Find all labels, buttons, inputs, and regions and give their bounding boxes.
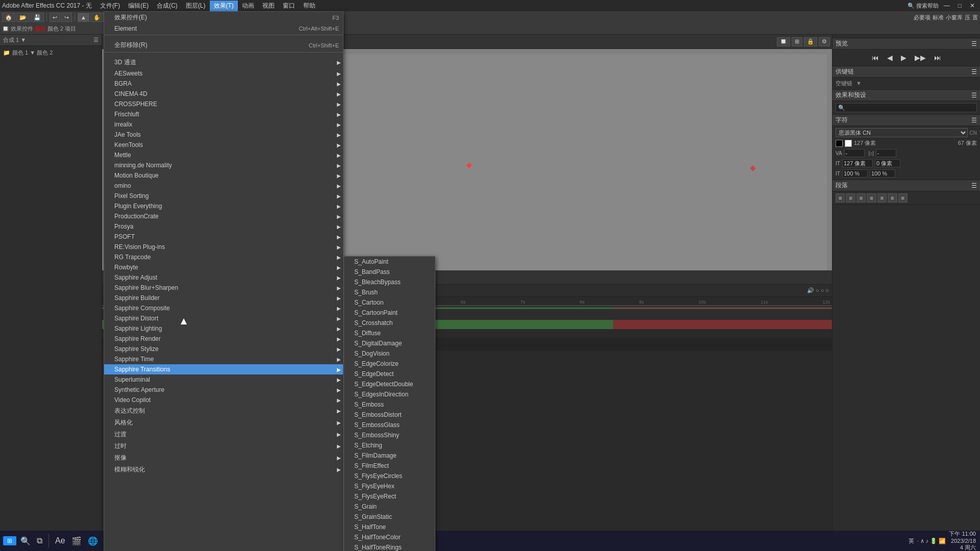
effect-menu-item-element[interactable]: Element Ctrl+Alt+Shift+E bbox=[104, 23, 343, 34]
s-embossglass[interactable]: S_EmbossGlass bbox=[344, 420, 435, 430]
prev-last[interactable]: ⏭ bbox=[932, 53, 943, 63]
menu-motion[interactable]: Motion Boutique ▶ bbox=[104, 170, 343, 181]
taskbar-taskview[interactable]: ⧉ bbox=[35, 535, 44, 546]
menu-irrealix[interactable]: irrealix ▶ bbox=[104, 119, 343, 130]
menu-pixel[interactable]: Pixel Sorting ▶ bbox=[104, 191, 343, 201]
s-cartoon[interactable]: S_Cartoon bbox=[344, 297, 435, 308]
align-justify3[interactable]: ≡ bbox=[888, 193, 897, 203]
s-edgedetectdouble[interactable]: S_EdgeDetectDouble bbox=[344, 379, 435, 389]
menu-expression[interactable]: 表达式控制 ▶ bbox=[104, 405, 343, 417]
effects-search[interactable] bbox=[836, 103, 977, 112]
align-justify2[interactable]: ≡ bbox=[877, 193, 887, 203]
menu-crossphere[interactable]: CROSSPHERE ▶ bbox=[104, 99, 343, 109]
menu-transition[interactable]: 过渡 ▶ bbox=[104, 429, 343, 440]
menu-aesweets[interactable]: AESweets ▶ bbox=[104, 68, 343, 79]
para-menu[interactable]: ☰ bbox=[971, 182, 977, 189]
s-digitaldamage[interactable]: S_DigitalDamage bbox=[344, 338, 435, 348]
s-flyseyerect[interactable]: S_FlysEyeRect bbox=[344, 491, 435, 502]
s-diffuse[interactable]: S_Diffuse bbox=[344, 328, 435, 338]
text-fill-color[interactable] bbox=[836, 140, 843, 147]
s-crosshatch[interactable]: S_Crosshatch bbox=[344, 318, 435, 328]
menu-sapphire-render[interactable]: Sapphire Render ▶ bbox=[104, 334, 343, 344]
s-halftone[interactable]: S_HalfTone bbox=[344, 522, 435, 532]
taskbar-ae[interactable]: Ae bbox=[53, 535, 67, 546]
tracking-input[interactable] bbox=[844, 149, 865, 157]
menu-effect[interactable]: 效果(T) bbox=[210, 1, 238, 11]
s-edgecolorize[interactable]: S_EdgeColorize bbox=[344, 359, 435, 369]
align-right[interactable]: ≡ bbox=[856, 193, 866, 203]
char-menu[interactable]: ☰ bbox=[971, 117, 977, 124]
menu-minning[interactable]: minning.de Normality ▶ bbox=[104, 160, 343, 170]
menu-keen[interactable]: KeenTools ▶ bbox=[104, 140, 343, 150]
start-button[interactable]: ⊞ bbox=[3, 536, 16, 545]
vp-settings[interactable]: ⚙ bbox=[819, 37, 830, 46]
menu-sapphire-transitions[interactable]: Sapphire Transitions ▶ bbox=[104, 364, 343, 374]
vp-snap[interactable]: 🔒 bbox=[804, 37, 817, 46]
s-embossdistort[interactable]: S_EmbossDistort bbox=[344, 410, 435, 420]
s-embossshiny[interactable]: S_EmbossShiny bbox=[344, 430, 435, 440]
menu-edit[interactable]: 编辑(E) bbox=[124, 1, 153, 11]
toolbar-hand[interactable]: ✋ bbox=[90, 13, 104, 22]
effect-menu-item-control[interactable]: 效果控件(E) F3 bbox=[104, 12, 343, 23]
s-grain[interactable]: S_Grain bbox=[344, 502, 435, 512]
align-justify[interactable]: ≡ bbox=[867, 193, 876, 203]
menu-sapphire-lighting[interactable]: Sapphire Lighting ▶ bbox=[104, 323, 343, 334]
s-halftonecolor[interactable]: S_HalfToneColor bbox=[344, 532, 435, 542]
menu-file[interactable]: 文件(F) bbox=[96, 1, 124, 11]
s-halftonerings[interactable]: S_HalfToneRings bbox=[344, 542, 435, 551]
h-scale-input[interactable] bbox=[842, 169, 868, 178]
preview-menu[interactable]: ☰ bbox=[971, 40, 977, 47]
s-dogvision[interactable]: S_DogVision bbox=[344, 348, 435, 359]
menu-psoft[interactable]: PSOFT ▶ bbox=[104, 232, 343, 242]
align-left[interactable]: ≡ bbox=[836, 193, 845, 203]
menu-productioncrate[interactable]: ProductionCrate ▶ bbox=[104, 211, 343, 221]
s-edgedetect[interactable]: S_EdgeDetect bbox=[344, 369, 435, 379]
menu-obsolete[interactable]: 过时 ▶ bbox=[104, 440, 343, 452]
vp-fit[interactable]: 🔲 bbox=[777, 37, 790, 46]
s-bleachbypass[interactable]: S_BleachBypass bbox=[344, 277, 435, 287]
menu-sapphire-adjust[interactable]: Sapphire Adjust ▶ bbox=[104, 272, 343, 283]
menu-sapphire-builder[interactable]: Sapphire Builder ▶ bbox=[104, 293, 343, 303]
menu-bgra[interactable]: BGRA ▶ bbox=[104, 79, 343, 89]
kerning-input[interactable] bbox=[876, 149, 896, 157]
s-filmeffect[interactable]: S_FilmEffect bbox=[344, 461, 435, 471]
menu-window[interactable]: 窗口 bbox=[279, 1, 299, 11]
menu-superluminal[interactable]: Superluminal ▶ bbox=[104, 374, 343, 385]
menu-jae[interactable]: JAe Tools ▶ bbox=[104, 130, 343, 140]
menu-blur[interactable]: 模糊和锐化 ▶ bbox=[104, 464, 343, 475]
s-brush[interactable]: S_Brush bbox=[344, 287, 435, 297]
s-autopaint[interactable]: S_AutoPaint bbox=[344, 257, 435, 267]
menu-sapphire-stylize[interactable]: Sapphire Stylize ▶ bbox=[104, 344, 343, 354]
toolbar-save[interactable]: 💾 bbox=[31, 13, 44, 22]
s-flyseyecircles[interactable]: S_FlysEyeCircles bbox=[344, 471, 435, 481]
menu-frischluft[interactable]: Frischluft ▶ bbox=[104, 109, 343, 119]
prev-back[interactable]: ◀ bbox=[885, 53, 895, 63]
vp-grid[interactable]: ⊞ bbox=[792, 37, 802, 46]
menu-layer[interactable]: 图层(L) bbox=[182, 1, 210, 11]
toolbar-undo[interactable]: ↩ bbox=[50, 13, 60, 22]
align-justify4[interactable]: ≡ bbox=[898, 193, 908, 203]
effect-menu-item-remove[interactable]: 全部移除(R) Ctrl+Shift+E bbox=[104, 39, 343, 51]
menu-stylize[interactable]: 风格化 ▶ bbox=[104, 417, 343, 429]
text-stroke-color[interactable] bbox=[845, 140, 852, 147]
menu-plugin-everything[interactable]: Plugin Everything ▶ bbox=[104, 201, 343, 211]
left-panel-menu[interactable]: ☰ bbox=[93, 37, 99, 43]
menu-sapphire-blur[interactable]: Sapphire Blur+Sharpen ▶ bbox=[104, 283, 343, 293]
toolbar-open[interactable]: 📂 bbox=[16, 13, 30, 22]
toolbar-redo[interactable]: ↪ bbox=[61, 13, 72, 22]
menu-sapphire-time[interactable]: Sapphire Time ▶ bbox=[104, 354, 343, 364]
s-grainstatic[interactable]: S_GrainStatic bbox=[344, 512, 435, 522]
menu-mettle[interactable]: Mettle ▶ bbox=[104, 150, 343, 160]
s-bandpass[interactable]: S_BandPass bbox=[344, 267, 435, 277]
taskbar-app2[interactable]: 🎬 bbox=[69, 535, 84, 547]
taskbar-app3[interactable]: 🌐 bbox=[86, 535, 100, 547]
font-family-select[interactable]: 思源黑体 CN bbox=[836, 128, 968, 137]
prev-first[interactable]: ⏮ bbox=[870, 53, 881, 63]
s-etching[interactable]: S_Etching bbox=[344, 440, 435, 450]
baseline-input[interactable] bbox=[875, 159, 900, 167]
menu-3d[interactable]: 3D 通道 ▶ bbox=[104, 57, 343, 68]
s-cartoonpaint[interactable]: S_CartoonPaint bbox=[344, 308, 435, 318]
keybind-menu[interactable]: ☰ bbox=[971, 68, 977, 76]
menu-rowbyte[interactable]: Rowbyte ▶ bbox=[104, 262, 343, 272]
s-flyseyehex[interactable]: S_FlysEyeHex bbox=[344, 481, 435, 491]
